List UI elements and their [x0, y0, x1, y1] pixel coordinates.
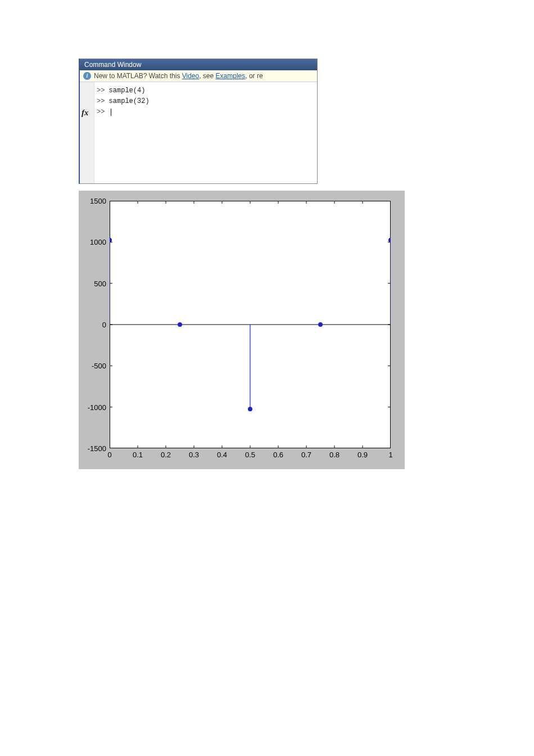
x-tick-label: 0.6	[273, 451, 283, 459]
y-tick-label: 0	[102, 321, 106, 329]
gutter: fx	[80, 82, 94, 183]
x-tick-label: 0.9	[357, 451, 368, 459]
getting-started-banner: i New to MATLAB? Watch this Video, see E…	[80, 70, 317, 82]
fx-icon[interactable]: fx	[82, 108, 89, 118]
x-tick-label: 0.1	[133, 451, 143, 459]
x-tick-label: 0.4	[217, 451, 227, 459]
command-text[interactable]: >> sample(4) >> sample(32) >>	[94, 82, 152, 183]
command-window: Command Window i New to MATLAB? Watch th…	[79, 58, 318, 184]
x-tick-label: 0	[107, 451, 111, 459]
command-body[interactable]: fx >> sample(4) >> sample(32) >>	[80, 82, 317, 183]
y-tick-label: 500	[94, 279, 106, 287]
svg-point-43	[248, 407, 252, 411]
examples-link[interactable]: Examples	[216, 72, 246, 80]
x-tick-label: 0.2	[161, 451, 171, 459]
svg-point-41	[178, 322, 182, 327]
stem-plot	[110, 201, 391, 448]
video-link[interactable]: Video	[182, 72, 199, 80]
x-tick-label: 1	[388, 451, 392, 459]
command-window-title: Command Window	[80, 59, 317, 70]
svg-point-39	[110, 238, 112, 242]
y-tick-label: -500	[92, 362, 106, 370]
y-tick-label: -1000	[88, 403, 106, 411]
plot-area: -1500-1000-500050010001500 00.10.20.30.4…	[110, 201, 391, 448]
banner-text: New to MATLAB? Watch this Video, see Exa…	[94, 72, 263, 80]
x-tick-label: 0.7	[301, 451, 311, 459]
svg-point-45	[318, 322, 323, 327]
cursor	[111, 109, 111, 116]
y-tick-label: 1000	[90, 238, 106, 246]
figure-panel: -1500-1000-500050010001500 00.10.20.30.4…	[79, 191, 405, 469]
x-tick-label: 0.5	[245, 451, 255, 459]
x-tick-label: 0.8	[329, 451, 340, 459]
x-tick-label: 0.3	[189, 451, 199, 459]
svg-point-47	[388, 238, 391, 242]
info-icon: i	[83, 72, 91, 80]
y-tick-label: 1500	[90, 197, 106, 205]
y-tick-label: -1500	[88, 444, 106, 453]
